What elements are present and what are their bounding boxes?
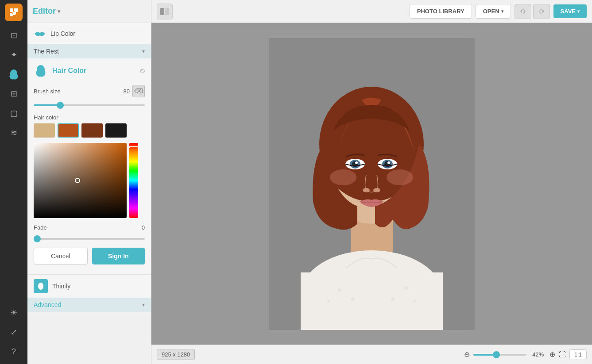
- zoom-controls: ⊖ 42% ⊕ ⛶ 1:1: [464, 349, 587, 360]
- fullscreen-icon[interactable]: ⤢: [5, 323, 23, 341]
- zoom-slider[interactable]: [473, 354, 526, 356]
- bottom-bar: 925 x 1280 ⊖ 42% ⊕ ⛶ 1:1: [151, 345, 592, 364]
- texture-icon[interactable]: ≋: [5, 124, 23, 142]
- svg-point-26: [338, 288, 341, 292]
- hair-color-section: Hair Color ⎋ Brush size 80 ⌫: [27, 58, 151, 274]
- photo-library-button[interactable]: PHOTO LIBRARY: [410, 4, 472, 19]
- lip-color-icon: [34, 27, 46, 40]
- eraser-button[interactable]: ⌫: [132, 85, 145, 97]
- brush-size-right: 80 ⌫: [124, 85, 145, 97]
- save-chevron-icon: ▾: [577, 9, 580, 14]
- main-panel: Editor ▾ Lip Color The Rest ▾: [27, 0, 592, 364]
- layers-icon[interactable]: ⊞: [5, 85, 23, 103]
- zoom-percentage: 42%: [530, 351, 546, 358]
- zoom-in-icon[interactable]: ⊕: [549, 350, 555, 359]
- svg-point-28: [404, 286, 408, 290]
- open-chevron-icon: ▾: [501, 9, 503, 14]
- brush-size-slider-container: [34, 100, 145, 108]
- icon-sidebar: ⊡ ✦ ⊞ ▢ ≋ ☀ ⤢ ?: [0, 0, 27, 364]
- cancel-button[interactable]: Cancel: [34, 248, 88, 264]
- external-link-icon[interactable]: ⎋: [140, 67, 145, 75]
- the-rest-title: The Rest: [34, 48, 59, 55]
- color-picker-cursor: [75, 178, 80, 183]
- frame-icon[interactable]: ▢: [5, 104, 23, 122]
- fit-screen-icon[interactable]: ⛶: [559, 351, 566, 359]
- app-logo[interactable]: [5, 4, 23, 21]
- brush-size-slider[interactable]: [34, 104, 145, 106]
- the-rest-section-header[interactable]: The Rest ▾: [27, 44, 151, 58]
- fade-value: 0: [142, 224, 145, 231]
- help-icon[interactable]: ?: [5, 343, 23, 360]
- photo-canvas[interactable]: [151, 23, 592, 345]
- undo-button[interactable]: [515, 4, 531, 19]
- redo-button[interactable]: [533, 4, 550, 19]
- fade-row: Fade 0: [34, 224, 145, 231]
- color-gradient[interactable]: [34, 143, 127, 218]
- panel-toggle-button[interactable]: [157, 4, 173, 19]
- crop-icon[interactable]: ⊡: [5, 27, 23, 44]
- svg-point-17: [355, 161, 358, 164]
- top-bar: PHOTO LIBRARY OPEN ▾ SAVE ▾: [151, 0, 592, 23]
- advanced-title: Advanced: [34, 301, 61, 308]
- action-buttons: Cancel Sign In: [34, 248, 145, 264]
- swatch-black[interactable]: [105, 123, 127, 138]
- advanced-section-header[interactable]: Advanced ▾: [27, 298, 151, 312]
- zoom-reset-button[interactable]: 1:1: [569, 349, 587, 360]
- svg-rect-11: [301, 272, 443, 330]
- editor-panel: Editor ▾ Lip Color The Rest ▾: [27, 0, 151, 364]
- dimensions-badge: 925 x 1280: [157, 349, 195, 360]
- editor-content: Lip Color The Rest ▾: [27, 23, 151, 364]
- thinify-label: Thinify: [52, 283, 70, 290]
- hair-color-left: Hair Color: [34, 64, 86, 78]
- swatch-brown[interactable]: [81, 123, 103, 138]
- photo-frame: [269, 38, 475, 330]
- svg-point-27: [351, 297, 355, 301]
- editor-title[interactable]: Editor ▾: [33, 7, 60, 16]
- editor-title-text: Editor: [33, 7, 56, 16]
- hair-color-sub-label: Hair color: [34, 114, 58, 121]
- spectrum-indicator: [129, 146, 138, 148]
- brush-size-value: 80: [124, 88, 130, 95]
- lip-color-label: Lip Color: [50, 30, 75, 37]
- open-label: OPEN: [483, 8, 499, 15]
- color-picker: [34, 143, 145, 218]
- editor-header: Editor ▾: [27, 0, 151, 23]
- the-rest-chevron-icon: ▾: [142, 48, 145, 54]
- editor-chevron-icon: ▾: [58, 8, 60, 15]
- svg-point-22: [363, 188, 370, 192]
- swatch-blonde[interactable]: [34, 123, 55, 138]
- light-icon[interactable]: ☀: [5, 304, 23, 322]
- thinify-item[interactable]: Thinify: [27, 274, 151, 298]
- svg-point-23: [373, 188, 380, 192]
- fade-slider-container: [34, 234, 145, 241]
- color-swatches: [34, 123, 145, 138]
- open-button[interactable]: OPEN ▾: [476, 4, 511, 19]
- magic-wand-icon[interactable]: ✦: [5, 46, 23, 64]
- svg-point-21: [387, 161, 390, 164]
- hair-color-label-row: Hair color: [34, 114, 145, 121]
- svg-point-24: [330, 169, 356, 185]
- fade-slider[interactable]: [34, 238, 145, 240]
- save-button[interactable]: SAVE ▾: [553, 4, 587, 18]
- thinify-icon: [34, 279, 48, 293]
- brush-size-label: Brush size: [34, 88, 61, 95]
- hair-icon[interactable]: [5, 65, 23, 83]
- fade-label: Fade: [34, 224, 47, 231]
- svg-point-29: [391, 297, 395, 301]
- advanced-chevron-icon: ▾: [142, 302, 145, 308]
- svg-rect-4: [160, 8, 164, 15]
- svg-point-30: [327, 300, 330, 303]
- swatch-auburn[interactable]: [58, 123, 79, 138]
- content-area: PHOTO LIBRARY OPEN ▾ SAVE ▾: [151, 0, 592, 364]
- hair-color-header: Hair Color ⎋: [34, 64, 145, 78]
- signin-button[interactable]: Sign In: [92, 248, 145, 264]
- color-spectrum[interactable]: [129, 143, 138, 218]
- save-label: SAVE: [561, 8, 576, 15]
- brush-size-row: Brush size 80 ⌫: [34, 85, 145, 97]
- hair-color-icon: [34, 64, 48, 78]
- zoom-out-icon[interactable]: ⊖: [464, 350, 470, 359]
- svg-point-25: [387, 169, 413, 185]
- lip-color-item[interactable]: Lip Color: [27, 23, 151, 44]
- svg-point-31: [414, 300, 416, 303]
- svg-rect-5: [165, 8, 169, 15]
